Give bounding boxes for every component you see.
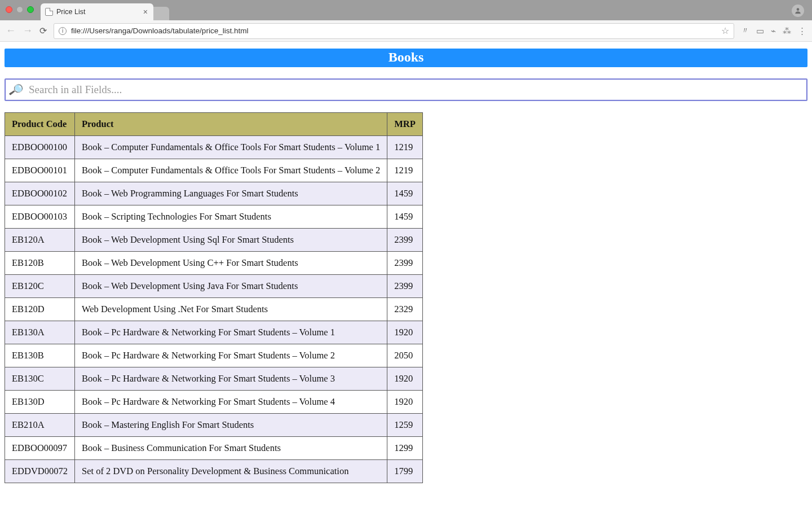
table-row[interactable]: EDBOO00102Book – Web Programming Languag… — [5, 182, 423, 205]
close-tab-button[interactable]: × — [143, 8, 148, 16]
page-title: Books — [5, 49, 807, 67]
table-row[interactable]: EB130DBook – Pc Hardware & Networking Fo… — [5, 391, 423, 414]
table-row[interactable]: EDBOO00100Book – Computer Fundamentals &… — [5, 136, 423, 159]
site-info-icon[interactable]: i — [59, 27, 67, 35]
cell-product-code: EDBOO00101 — [5, 159, 75, 182]
cell-mrp: 1299 — [387, 437, 423, 460]
minimize-window-button[interactable] — [16, 6, 23, 13]
cell-product-code: EB130A — [5, 321, 75, 344]
table-row[interactable]: EDDVD00072Set of 2 DVD on Personality De… — [5, 460, 423, 483]
address-bar: ← → ⟳ i file:///Users/ranga/Downloads/ta… — [0, 20, 812, 42]
table-row[interactable]: EDBOO00097Book – Business Communication … — [5, 437, 423, 460]
cell-mrp: 1459 — [387, 205, 423, 229]
cell-product: Book – Web Development Using C++ For Sma… — [75, 252, 387, 275]
cell-product-code: EDBOO00100 — [5, 136, 75, 159]
person-icon — [794, 7, 802, 15]
extension-icon-4[interactable]: ⁂ — [783, 26, 791, 36]
bookmark-star-icon[interactable]: ☆ — [721, 25, 729, 36]
cell-product-code: EB120D — [5, 298, 75, 321]
cell-product: Book – Computer Fundamentals & Office To… — [75, 136, 387, 159]
col-product[interactable]: Product — [75, 113, 387, 136]
profile-button[interactable] — [792, 5, 804, 17]
cell-mrp: 2399 — [387, 252, 423, 275]
cell-product-code: EDBOO00102 — [5, 182, 75, 205]
cell-product-code: EB210A — [5, 414, 75, 437]
cell-product: Web Development Using .Net For Smart Stu… — [75, 298, 387, 321]
extension-icon-2[interactable]: ▭ — [756, 26, 764, 36]
close-window-button[interactable] — [6, 6, 12, 13]
url-text: file:///Users/ranga/Downloads/tabulate/p… — [71, 27, 717, 35]
search-icon: 🔍 — [8, 82, 24, 98]
browser-chrome: Price List × ← → ⟳ i file:///Users/ranga… — [0, 0, 812, 42]
cell-mrp: 1920 — [387, 321, 423, 344]
col-mrp[interactable]: MRP — [387, 113, 423, 136]
cell-product: Book – Web Programming Languages For Sma… — [75, 182, 387, 205]
tab-title: Price List — [56, 8, 85, 16]
table-row[interactable]: EB210ABook – Mastering English For Smart… — [5, 414, 423, 437]
cell-mrp: 2399 — [387, 275, 423, 298]
col-product-code[interactable]: Product Code — [5, 113, 75, 136]
table-row[interactable]: EB120CBook – Web Development Using Java … — [5, 275, 423, 298]
cell-product: Book – Pc Hardware & Networking For Smar… — [75, 367, 387, 391]
cell-product-code: EDDVD00072 — [5, 460, 75, 483]
cell-mrp: 1920 — [387, 391, 423, 414]
window-controls — [6, 6, 34, 13]
cell-mrp: 1219 — [387, 159, 423, 182]
cell-product: Book – Computer Fundamentals & Office To… — [75, 159, 387, 182]
cell-mrp: 2329 — [387, 298, 423, 321]
cell-mrp: 1799 — [387, 460, 423, 483]
cell-mrp: 2050 — [387, 344, 423, 367]
cell-product: Book – Business Communication For Smart … — [75, 437, 387, 460]
table-row[interactable]: EB130CBook – Pc Hardware & Networking Fo… — [5, 367, 423, 391]
cell-mrp: 1259 — [387, 414, 423, 437]
file-icon — [45, 8, 53, 16]
cell-mrp: 1920 — [387, 367, 423, 391]
search-box[interactable]: 🔍 — [5, 78, 807, 101]
cell-product: Book – Web Development Using Java For Sm… — [75, 275, 387, 298]
cell-product-code: EB120C — [5, 275, 75, 298]
cell-product-code: EB120B — [5, 252, 75, 275]
cell-product: Book – Scripting Technologies For Smart … — [75, 205, 387, 229]
cell-product: Book – Mastering English For Smart Stude… — [75, 414, 387, 437]
extension-icon-1[interactable]: 〃 — [741, 25, 749, 36]
price-table: Product Code Product MRP EDBOO00100Book … — [5, 112, 423, 483]
tab-bar: Price List × — [0, 0, 812, 20]
table-row[interactable]: EB120ABook – Web Development Using Sql F… — [5, 229, 423, 252]
cell-product: Book – Pc Hardware & Networking For Smar… — [75, 321, 387, 344]
table-row[interactable]: EDBOO00101Book – Computer Fundamentals &… — [5, 159, 423, 182]
new-tab-button[interactable] — [152, 7, 169, 20]
table-row[interactable]: EB130BBook – Pc Hardware & Networking Fo… — [5, 344, 423, 367]
table-row[interactable]: EB130ABook – Pc Hardware & Networking Fo… — [5, 321, 423, 344]
table-row[interactable]: EB120DWeb Development Using .Net For Sma… — [5, 298, 423, 321]
cell-mrp: 2399 — [387, 229, 423, 252]
cell-product-code: EDBOO00103 — [5, 205, 75, 229]
cell-mrp: 1459 — [387, 182, 423, 205]
page-body: Books 🔍 Product Code Product MRP EDBOO00… — [0, 42, 812, 483]
omnibox[interactable]: i file:///Users/ranga/Downloads/tabulate… — [54, 23, 734, 39]
reload-button[interactable]: ⟳ — [39, 25, 47, 36]
cell-mrp: 1219 — [387, 136, 423, 159]
cell-product-code: EB130C — [5, 367, 75, 391]
cell-product: Book – Pc Hardware & Networking For Smar… — [75, 344, 387, 367]
cell-product-code: EB130B — [5, 344, 75, 367]
cell-product: Book – Web Development Using Sql For Sma… — [75, 229, 387, 252]
extension-icon-3[interactable]: ⌁ — [771, 26, 776, 36]
zoom-window-button[interactable] — [27, 6, 34, 13]
back-button[interactable]: ← — [6, 25, 16, 37]
cell-product-code: EDBOO00097 — [5, 437, 75, 460]
svg-point-0 — [797, 8, 800, 11]
table-row[interactable]: EB120BBook – Web Development Using C++ F… — [5, 252, 423, 275]
cell-product-code: EB120A — [5, 229, 75, 252]
cell-product: Book – Pc Hardware & Networking For Smar… — [75, 391, 387, 414]
menu-button[interactable]: ⋮ — [798, 26, 806, 36]
cell-product-code: EB130D — [5, 391, 75, 414]
forward-button[interactable]: → — [23, 25, 33, 37]
table-header-row: Product Code Product MRP — [5, 113, 423, 136]
browser-tab[interactable]: Price List × — [41, 3, 153, 20]
table-row[interactable]: EDBOO00103Book – Scripting Technologies … — [5, 205, 423, 229]
cell-product: Set of 2 DVD on Personality Development … — [75, 460, 387, 483]
search-input[interactable] — [28, 80, 803, 100]
